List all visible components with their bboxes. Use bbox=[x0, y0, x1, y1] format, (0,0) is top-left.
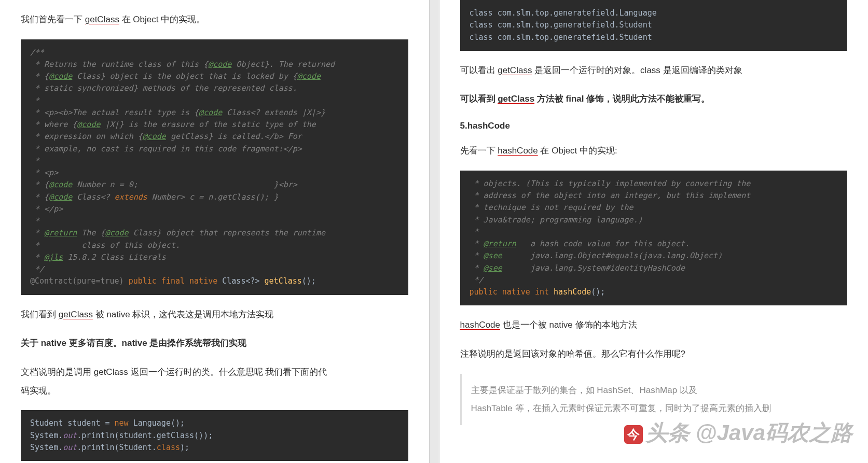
term: getClass bbox=[498, 94, 534, 104]
paragraph-bold: 关于 native 更多请百度。native 是由操作系统帮我们实现 bbox=[21, 334, 408, 353]
term: hashCode bbox=[498, 146, 538, 156]
term: getClass bbox=[85, 15, 119, 24]
term: getClass bbox=[59, 310, 93, 319]
quote-line: 主要是保证基于散列的集合，如 HashSet、HashMap 以及 bbox=[471, 385, 697, 395]
code-block-getclass-doc: /** * Returns the runtime class of this … bbox=[21, 39, 408, 295]
paragraph: 可以看出 getClass 是返回一个运行时的对象。class 是返回编译的类对… bbox=[460, 61, 848, 80]
paragraph: 文档说明的是调用 getClass 返回一个运行时的类。什么意思呢 我们看下面的… bbox=[21, 363, 408, 400]
quote-box: 主要是保证基于散列的集合，如 HashSet、HashMap 以及 HashTa… bbox=[460, 374, 848, 425]
paragraph: 先看一下 hashCode 在 Object 中的实现: bbox=[460, 142, 848, 160]
code-block-hashcode-doc: * objects. (This is typically implemente… bbox=[460, 171, 848, 306]
left-column: 我们首先看一下 getClass 在 Object 中的实现。 /** * Re… bbox=[0, 0, 429, 463]
paragraph: hashCode 也是一个被 native 修饰的本地方法 bbox=[460, 316, 848, 334]
paragraph: 注释说明的是返回该对象的哈希值。那么它有什么作用呢? bbox=[460, 345, 848, 363]
quote-line: HashTable 等，在插入元素时保证元素不可重复，同时为了提高元素的插入删 bbox=[471, 403, 771, 413]
term: getClass bbox=[498, 65, 532, 75]
paragraph: 我们看到 getClass 被 native 标识，这代表这是调用本地方法实现 bbox=[21, 305, 408, 324]
column-divider bbox=[429, 0, 439, 463]
right-column: class com.slm.top.generatefield.Language… bbox=[439, 0, 869, 463]
code-block-output: class com.slm.top.generatefield.Language… bbox=[460, 0, 848, 51]
code-block-student: Student student = new Language(); System… bbox=[21, 410, 408, 461]
paragraph: 我们首先看一下 getClass 在 Object 中的实现。 bbox=[21, 10, 408, 29]
paragraph-bold: 可以看到 getClass 方法被 final 修饰，说明此方法不能被重写。 bbox=[460, 90, 848, 108]
heading-hashcode: 5.hashCode bbox=[460, 121, 848, 131]
term: hashCode bbox=[460, 320, 501, 330]
